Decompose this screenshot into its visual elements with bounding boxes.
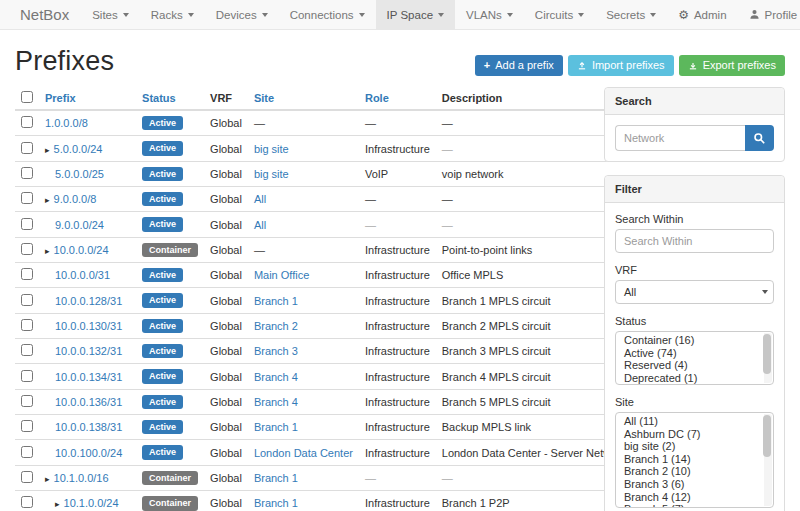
nav-item-secrets[interactable]: Secrets <box>595 0 667 29</box>
column-sort-link[interactable]: Prefix <box>45 92 76 104</box>
row-checkbox[interactable] <box>21 370 33 382</box>
filter-option-big-site[interactable]: big site (2) <box>616 440 773 453</box>
prefix-link[interactable]: 1.0.0.0/8 <box>45 117 88 129</box>
table-header-row: PrefixStatusVRFSiteRoleDescription <box>15 87 632 110</box>
scrollbar-track[interactable] <box>764 333 772 383</box>
filter-option-active[interactable]: Active (74) <box>616 347 773 360</box>
filter-option-branch-1[interactable]: Branch 1 (14) <box>616 453 773 466</box>
row-checkbox[interactable] <box>21 446 33 458</box>
prefix-link[interactable]: 10.0.0.0/31 <box>55 269 110 281</box>
row-checkbox[interactable] <box>21 344 33 356</box>
site-link[interactable]: Branch 2 <box>254 320 298 332</box>
scrollbar-thumb[interactable] <box>763 415 771 457</box>
filter-option-branch-2[interactable]: Branch 2 (10) <box>616 465 773 478</box>
prefix-link[interactable]: 10.0.0.130/31 <box>55 320 122 332</box>
row-checkbox[interactable] <box>21 294 33 306</box>
row-checkbox[interactable] <box>21 471 33 483</box>
prefix-link[interactable]: 10.1.0.0/16 <box>54 472 109 484</box>
select-all-checkbox[interactable] <box>21 91 33 103</box>
row-checkbox[interactable] <box>21 167 33 179</box>
row-checkbox[interactable] <box>21 319 33 331</box>
prefix-link[interactable]: 10.0.0.138/31 <box>55 421 122 433</box>
site-link[interactable]: All <box>254 193 266 205</box>
scrollbar-track[interactable] <box>764 414 772 506</box>
column-sort-link[interactable]: Role <box>365 92 389 104</box>
row-checkbox[interactable] <box>21 116 33 128</box>
column-sort-link[interactable]: Status <box>142 92 176 104</box>
filter-panel-title: Filter <box>605 176 784 203</box>
site-link[interactable]: London Data Center <box>254 447 353 459</box>
site-link[interactable]: Branch 4 <box>254 371 298 383</box>
expand-arrow-icon[interactable]: ▸ <box>45 195 50 205</box>
site-cell: — <box>248 110 359 136</box>
prefix-link[interactable]: 5.0.0.0/25 <box>55 168 104 180</box>
add-prefix-button[interactable]: + Add a prefix <box>475 55 563 76</box>
nav-item-devices[interactable]: Devices <box>205 0 279 29</box>
row-checkbox[interactable] <box>21 243 33 255</box>
filter-option-branch-3[interactable]: Branch 3 (6) <box>616 478 773 491</box>
filter-option-ashburn-dc[interactable]: Ashburn DC (7) <box>616 428 773 441</box>
expand-arrow-icon[interactable]: ▸ <box>45 246 50 256</box>
description-cell: Branch 1 P2P <box>436 491 633 511</box>
prefix-link[interactable]: 10.1.0.0/24 <box>64 497 119 509</box>
filter-option-all[interactable]: All (11) <box>616 415 773 428</box>
prefix-link[interactable]: 10.0.100.0/24 <box>55 447 122 459</box>
site-link[interactable]: Main Office <box>254 269 309 281</box>
nav-item-racks[interactable]: Racks <box>140 0 205 29</box>
prefix-link[interactable]: 10.0.0.136/31 <box>55 396 122 408</box>
row-checkbox[interactable] <box>21 218 33 230</box>
row-checkbox[interactable] <box>21 420 33 432</box>
expand-arrow-icon[interactable]: ▸ <box>45 474 50 484</box>
nav-item-connections[interactable]: Connections <box>279 0 376 29</box>
filter-option-deprecated[interactable]: Deprecated (1) <box>616 372 773 385</box>
filter-option-reserved[interactable]: Reserved (4) <box>616 359 773 372</box>
nav-item-circuits[interactable]: Circuits <box>524 0 595 29</box>
search-input[interactable] <box>615 125 745 151</box>
site-link[interactable]: Branch 3 <box>254 345 298 357</box>
import-prefixes-button[interactable]: Import prefixes <box>568 55 674 76</box>
site-link[interactable]: big site <box>254 143 289 155</box>
prefix-link[interactable]: 10.0.0.0/24 <box>54 244 109 256</box>
row-checkbox[interactable] <box>21 496 33 508</box>
vrf-select[interactable]: All <box>615 280 774 304</box>
prefix-link[interactable]: 9.0.0.0/24 <box>55 219 104 231</box>
prefix-link[interactable]: 10.0.0.134/31 <box>55 371 122 383</box>
row-checkbox[interactable] <box>21 268 33 280</box>
nav-item-profile[interactable]: Profile <box>738 0 800 29</box>
site-link[interactable]: Branch 1 <box>254 295 298 307</box>
nav-item-admin[interactable]: ⚙Admin <box>667 0 737 29</box>
row-checkbox[interactable] <box>21 192 33 204</box>
row-checkbox[interactable] <box>21 395 33 407</box>
prefix-link[interactable]: 10.0.0.128/31 <box>55 295 122 307</box>
prefix-link[interactable]: 10.0.0.132/31 <box>55 345 122 357</box>
filter-option-branch-5[interactable]: Branch 5 (7) <box>616 503 773 508</box>
filter-option-container[interactable]: Container (16) <box>616 334 773 347</box>
site-link[interactable]: big site <box>254 168 289 180</box>
status-badge: Active <box>142 217 183 231</box>
column-sort-link[interactable]: Site <box>254 92 274 104</box>
prefix-cell: ▸10.1.0.0/24 <box>39 491 136 511</box>
search-button[interactable] <box>745 125 774 151</box>
vrf-cell: Global <box>204 136 248 161</box>
search-within-input[interactable] <box>615 229 774 253</box>
filter-option-branch-4[interactable]: Branch 4 (12) <box>616 491 773 504</box>
site-link[interactable]: Branch 1 <box>254 497 298 509</box>
row-checkbox[interactable] <box>21 142 33 154</box>
nav-item-label: Racks <box>151 9 183 21</box>
scrollbar-thumb[interactable] <box>763 334 771 374</box>
site-link[interactable]: All <box>254 219 266 231</box>
expand-arrow-icon[interactable]: ▸ <box>45 145 50 155</box>
expand-arrow-icon[interactable]: ▸ <box>55 499 60 509</box>
site-link[interactable]: Branch 4 <box>254 396 298 408</box>
prefix-link[interactable]: 5.0.0.0/24 <box>54 143 103 155</box>
brand-link[interactable]: NetBox <box>8 0 81 29</box>
nav-item-ip-space[interactable]: IP Space <box>376 0 455 29</box>
site-link[interactable]: Branch 1 <box>254 421 298 433</box>
export-prefixes-button[interactable]: Export prefixes <box>679 55 785 76</box>
table-row: 5.0.0.0/25ActiveGlobalbig siteVoIPvoip n… <box>15 161 632 186</box>
nav-item-vlans[interactable]: VLANs <box>455 0 524 29</box>
prefix-link[interactable]: 9.0.0.0/8 <box>54 193 97 205</box>
gear-icon: ⚙ <box>678 9 689 21</box>
site-link[interactable]: Branch 1 <box>254 472 298 484</box>
nav-item-sites[interactable]: Sites <box>81 0 140 29</box>
